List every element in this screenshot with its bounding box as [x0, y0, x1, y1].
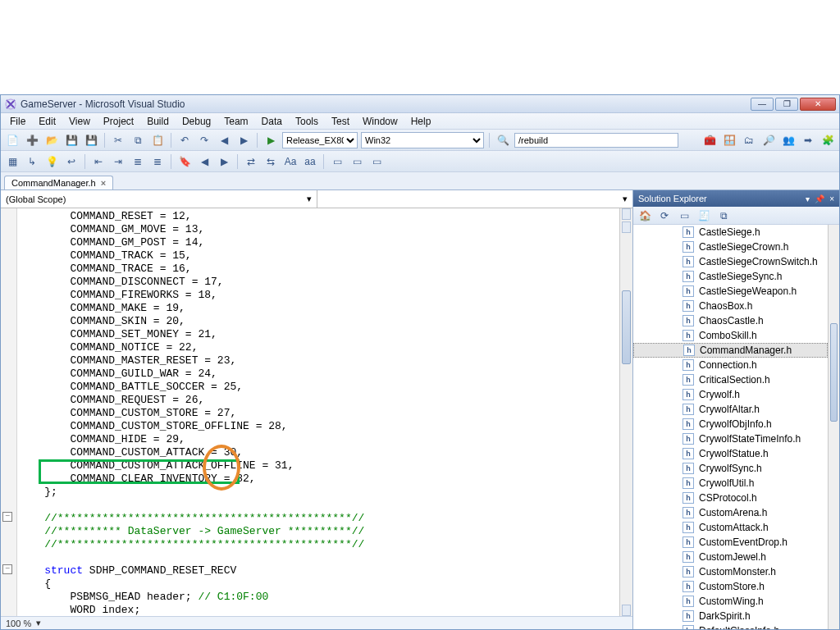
extension-icon[interactable]: 🧩 [819, 132, 836, 148]
properties-icon[interactable]: 🧾 [696, 208, 712, 224]
vertical-scrollbar[interactable] [619, 208, 632, 616]
file-item[interactable]: hCastleSiegeCrownSwitch.h [633, 254, 828, 269]
start-page-icon[interactable]: ➡ [800, 132, 816, 148]
paste-icon[interactable]: 📋 [149, 132, 166, 148]
scope-dropdown-right[interactable]: ▾ [317, 190, 633, 208]
param-info-icon[interactable]: ↳ [24, 153, 40, 170]
chevron-down-icon[interactable]: ▾ [36, 618, 41, 628]
comment-icon[interactable]: ≣ [130, 153, 146, 170]
tree-scrollbar[interactable] [828, 225, 839, 629]
scrollbar-thumb[interactable] [622, 290, 631, 364]
word-wrap-icon[interactable]: ↩ [63, 153, 80, 170]
file-item[interactable]: hCustomWing.h [633, 594, 828, 609]
menu-tools[interactable]: Tools [290, 114, 324, 129]
full-screen-icon[interactable]: ▭ [368, 153, 385, 170]
increase-indent-icon[interactable]: ⇥ [110, 153, 126, 170]
open-icon[interactable]: 📂 [43, 132, 60, 148]
start-debug-icon[interactable]: ▶ [262, 132, 279, 148]
menu-debug[interactable]: Debug [176, 114, 217, 129]
menu-view[interactable]: View [63, 114, 96, 129]
scope-dropdown-left[interactable]: (Global Scope) ▾ [1, 190, 317, 208]
file-tree[interactable]: hCastleSiege.hhCastleSiegeCrown.hhCastle… [633, 225, 839, 629]
redo-icon[interactable]: ↷ [196, 132, 212, 148]
menu-test[interactable]: Test [326, 114, 355, 129]
save-icon[interactable]: 💾 [63, 132, 80, 148]
file-item[interactable]: hCrywolfStateTimeInfo.h [633, 431, 828, 446]
file-item[interactable]: hCSProtocol.h [633, 491, 828, 505]
undo-icon[interactable]: ↶ [176, 132, 193, 148]
window-position-icon[interactable]: ▾ [806, 194, 810, 203]
copy-icon[interactable]: ⧉ [130, 132, 146, 148]
file-item[interactable]: hCustomMonster.h [633, 564, 828, 579]
file-item[interactable]: hCrywolfStatue.h [633, 446, 828, 461]
save-all-icon[interactable]: 💾 [83, 132, 99, 148]
menu-help[interactable]: Help [405, 114, 437, 129]
new-project-icon[interactable]: 📄 [4, 132, 21, 148]
prev-bookmark-icon[interactable]: ◀ [196, 153, 212, 170]
menu-window[interactable]: Window [357, 114, 404, 129]
menu-file[interactable]: File [4, 114, 31, 129]
file-item[interactable]: hCustomJewel.h [633, 550, 828, 564]
file-item[interactable]: hCrywolf.h [633, 387, 828, 402]
file-item[interactable]: hChaosCastle.h [633, 313, 828, 328]
tabify-icon[interactable]: ⇄ [243, 153, 259, 170]
display-ws-icon[interactable]: ▭ [329, 153, 345, 170]
file-item[interactable]: hCommandManager.h [633, 343, 828, 358]
make-upper-icon[interactable]: Aa [282, 153, 299, 170]
file-item[interactable]: hCastleSiegeWeapon.h [633, 284, 828, 299]
file-item[interactable]: hCustomStore.h [633, 579, 828, 594]
scroll-down-icon[interactable] [622, 605, 631, 616]
scroll-up-icon[interactable] [622, 221, 631, 233]
file-item[interactable]: hCriticalSection.h [633, 372, 828, 387]
quick-info-icon[interactable]: 💡 [43, 153, 60, 170]
solution-platform-select[interactable]: Win32 [361, 132, 484, 148]
next-bookmark-icon[interactable]: ▶ [216, 153, 232, 170]
file-item[interactable]: hDefaultClassInfo.h [633, 623, 828, 629]
file-item[interactable]: hCastleSiegeCrown.h [633, 240, 828, 254]
file-item[interactable]: hDarkSpirit.h [633, 609, 828, 623]
view-code-icon[interactable]: ⧉ [715, 208, 732, 224]
toolbox-icon[interactable]: 🧰 [701, 132, 718, 148]
show-all-files-icon[interactable]: ▭ [676, 208, 692, 224]
menu-team[interactable]: Team [218, 114, 253, 129]
outline-collapse-icon[interactable]: − [2, 564, 12, 574]
code-editor[interactable]: − − COMMAND_RESET = 12, COMMAND_GM_MOVE … [1, 208, 632, 616]
uncomment-icon[interactable]: ≣ [149, 153, 166, 170]
file-item[interactable]: hCustomArena.h [633, 505, 828, 520]
outline-collapse-icon[interactable]: − [2, 512, 12, 522]
tool-window-icon[interactable]: ▭ [349, 153, 365, 170]
home-icon[interactable]: 🏠 [637, 208, 653, 224]
file-item[interactable]: hCrywolfAltar.h [633, 402, 828, 417]
find-input[interactable] [514, 133, 678, 148]
file-item[interactable]: hCrywolfObjInfo.h [633, 417, 828, 431]
file-item[interactable]: hCastleSiegeSync.h [633, 269, 828, 284]
bookmark-icon[interactable]: 🔖 [176, 153, 193, 170]
file-item[interactable]: hCustomEventDrop.h [633, 535, 828, 550]
team-explorer-icon[interactable]: 👥 [780, 132, 797, 148]
scrollbar-thumb[interactable] [830, 323, 838, 422]
close-button[interactable]: ✕ [800, 98, 836, 111]
split-box[interactable] [622, 208, 631, 220]
file-item[interactable]: hConnection.h [633, 358, 828, 372]
add-item-icon[interactable]: ➕ [24, 132, 40, 148]
file-item[interactable]: hChaosBox.h [633, 299, 828, 313]
member-list-icon[interactable]: ▦ [4, 153, 21, 170]
file-item[interactable]: hCastleSiege.h [633, 225, 828, 240]
properties-icon[interactable]: 🪟 [721, 132, 737, 148]
menu-project[interactable]: Project [98, 114, 139, 129]
untabify-icon[interactable]: ⇆ [262, 153, 279, 170]
file-item[interactable]: hCustomAttack.h [633, 520, 828, 535]
menu-build[interactable]: Build [141, 114, 175, 129]
file-item[interactable]: hCrywolfUtil.h [633, 476, 828, 491]
cut-icon[interactable]: ✂ [110, 132, 126, 148]
autohide-pin-icon[interactable]: 📌 [815, 194, 824, 203]
file-item[interactable]: hComboSkill.h [633, 328, 828, 343]
menu-edit[interactable]: Edit [33, 114, 62, 129]
menu-data[interactable]: Data [256, 114, 288, 129]
close-tab-icon[interactable]: × [101, 178, 106, 188]
minimize-button[interactable]: — [751, 98, 774, 111]
object-browser-icon[interactable]: 🔎 [760, 132, 777, 148]
class-view-icon[interactable]: 🗂 [741, 132, 757, 148]
tab-commandmanager[interactable]: CommandManager.h × [4, 176, 113, 189]
refresh-icon[interactable]: ⟳ [656, 208, 673, 224]
